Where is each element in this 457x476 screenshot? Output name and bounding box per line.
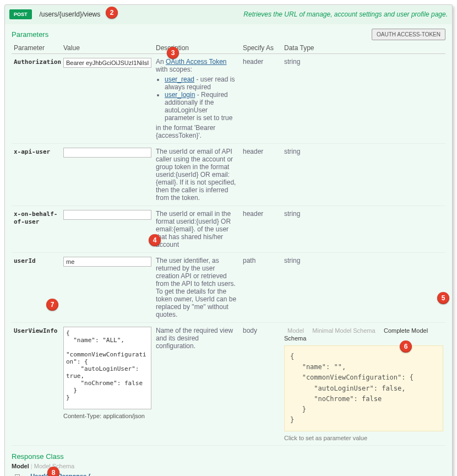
oauth-token-button[interactable]: OAUTH ACCESS-TOKEN xyxy=(372,29,445,40)
param-name: UserViewInfo xyxy=(14,327,57,334)
schema-hint: Click to set as parameter value xyxy=(284,435,443,441)
param-row-userviewinfo: UserViewInfo { "name": "ALL", "commonVie… xyxy=(12,323,445,446)
response-class-link[interactable]: UserViewResponse { xyxy=(30,473,90,476)
param-specify: header xyxy=(241,54,282,144)
scope-user-login-link[interactable]: user_login xyxy=(165,91,195,99)
model-schema-box[interactable]: { "name": "", "commonViewConfiguration":… xyxy=(284,345,443,431)
content-type-label: Content-Type: application/json xyxy=(63,411,151,419)
operation-header[interactable]: POST /users/{userId}/views Retrieves the… xyxy=(5,5,452,24)
param-desc: The userId or email in the format userid… xyxy=(154,206,241,253)
param-row-userid: userId The user identifier, as returned … xyxy=(12,253,445,323)
param-dtype: string xyxy=(282,253,445,323)
param-desc: An OAuth Access Token with scopes: user_… xyxy=(154,54,241,144)
scope-user-read-link[interactable]: user_read xyxy=(165,75,194,83)
body-textarea[interactable]: { "name": "ALL", "commonViewConfiguratio… xyxy=(63,327,151,409)
param-name: x-api-user xyxy=(14,148,50,155)
endpoint-summary: Retrieves the URL of manage, account set… xyxy=(243,10,448,18)
param-desc: The user identifier, as returned by the … xyxy=(154,253,241,323)
callout-7: 7 xyxy=(46,299,58,311)
col-data-type: Data Type xyxy=(282,41,445,54)
callout-4: 4 xyxy=(149,234,161,246)
param-row-x-on-behalf: x-on-behalf-of-user The userId or email … xyxy=(12,206,445,253)
param-dtype: string xyxy=(282,206,445,253)
param-row-authorization: Authorization An OAuth Access Token with… xyxy=(12,54,445,144)
callout-5: 5 xyxy=(437,292,449,304)
param-dtype: string xyxy=(282,54,445,144)
callout-2: 2 xyxy=(106,7,118,19)
parameters-heading: Parameters xyxy=(12,30,48,39)
col-value: Value xyxy=(61,41,154,54)
parameters-table: Parameter Value Description Specify As D… xyxy=(12,41,445,446)
response-class-heading: Response Class xyxy=(12,452,445,461)
param-specify: header xyxy=(241,206,282,253)
callout-8: 8 xyxy=(47,467,59,476)
oauth-access-token-link[interactable]: OAuth Access Token xyxy=(166,58,227,66)
param-specify: header xyxy=(241,144,282,206)
col-specify-as: Specify As xyxy=(241,41,282,54)
endpoint-path: /users/{userId}/views xyxy=(36,8,104,20)
tab-response-model[interactable]: Model xyxy=(12,463,29,469)
param-specify: path xyxy=(241,253,282,323)
col-parameter: Parameter xyxy=(12,41,61,54)
param-name: Authorization xyxy=(14,58,61,66)
param-row-x-api-user: x-api-user The userId or email of API ca… xyxy=(12,144,445,206)
param-dtype: string xyxy=(282,144,445,206)
api-operation-panel: 2 3 4 5 6 7 8 POST /users/{userId}/views… xyxy=(4,4,453,476)
userid-input[interactable] xyxy=(63,257,151,267)
param-name: x-on-behalf-of-user xyxy=(14,210,57,225)
param-desc: Name of the required view and its desire… xyxy=(154,323,241,446)
tab-minimal-schema[interactable]: Minimal Model Schema xyxy=(309,326,378,335)
param-name: userId xyxy=(14,257,36,264)
authorization-input[interactable] xyxy=(63,58,151,68)
x-on-behalf-input[interactable] xyxy=(63,210,151,220)
callout-3: 3 xyxy=(167,47,179,59)
param-desc: The userId or email of API caller using … xyxy=(154,144,241,206)
param-specify: body xyxy=(241,323,282,446)
x-api-user-input[interactable] xyxy=(63,148,151,158)
callout-6: 6 xyxy=(400,340,412,353)
http-method-badge: POST xyxy=(9,9,32,19)
